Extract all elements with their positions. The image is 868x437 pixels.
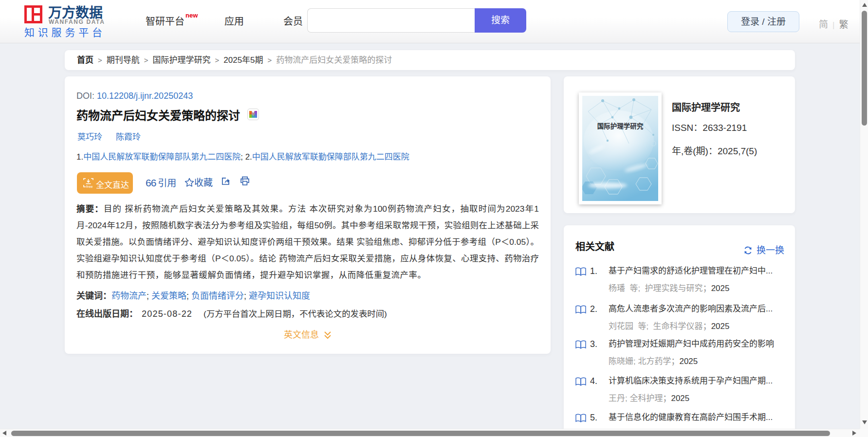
svg-text:国际护理学研究: 国际护理学研究 bbox=[597, 122, 644, 130]
svg-text:free: free bbox=[86, 184, 93, 188]
